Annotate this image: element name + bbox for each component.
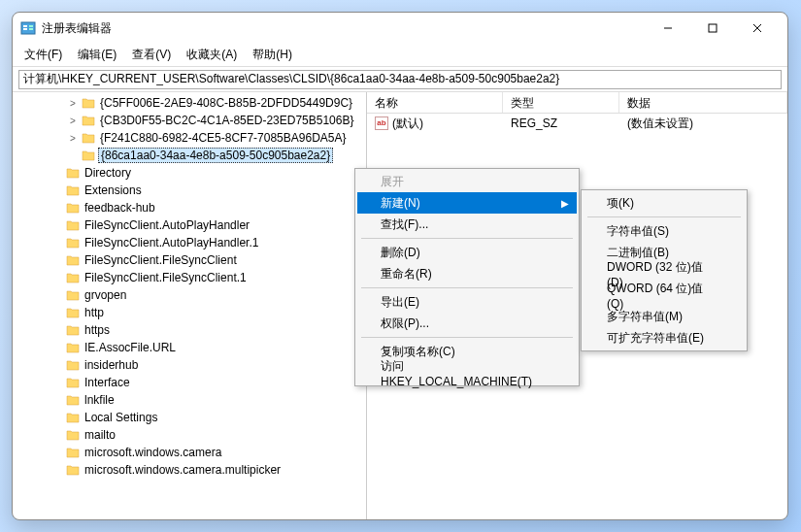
tree-item[interactable]: http <box>13 304 366 321</box>
folder-icon <box>82 150 95 161</box>
value-data: (数值未设置) <box>619 116 787 132</box>
folder-icon <box>82 132 95 144</box>
expander-icon[interactable] <box>51 272 63 283</box>
tree-item[interactable]: >{F241C880-6982-4CE5-8CF7-7085BA96DA5A} <box>13 129 366 147</box>
expander-icon[interactable] <box>51 202 63 214</box>
folder-icon <box>66 377 80 388</box>
expander-icon[interactable] <box>51 184 63 196</box>
tree-item[interactable]: grvopen <box>13 286 366 304</box>
context-menu-item[interactable]: 项(K) <box>584 192 745 214</box>
menu-separator <box>587 216 741 217</box>
tree-item[interactable]: {86ca1aa0-34aa-4e8b-a509-50c905bae2a2} <box>13 147 366 164</box>
folder-icon <box>66 359 80 371</box>
value-type: REG_SZ <box>503 116 619 130</box>
expander-icon[interactable] <box>51 342 63 353</box>
expander-icon[interactable] <box>51 412 63 423</box>
col-type[interactable]: 类型 <box>503 92 619 113</box>
expander-icon[interactable] <box>51 447 63 458</box>
menu-item[interactable]: 收藏夹(A) <box>181 45 243 65</box>
tree-item[interactable]: mailto <box>13 426 366 444</box>
expander-icon[interactable] <box>51 307 63 318</box>
expander-icon[interactable] <box>51 394 63 406</box>
tree-item[interactable]: microsoft.windows.camera.multipicker <box>13 461 366 479</box>
tree-item-label: FileSyncClient.FileSyncClient <box>83 253 239 267</box>
address-input[interactable]: 计算机\HKEY_CURRENT_USER\Software\Classes\C… <box>18 70 782 89</box>
expander-icon[interactable] <box>51 464 63 476</box>
context-menu-item[interactable]: QWORD (64 位)值(Q) <box>584 284 745 306</box>
context-menu-main[interactable]: 展开新建(N)▶查找(F)...删除(D)重命名(R)导出(E)权限(P)...… <box>354 168 580 386</box>
maximize-button[interactable] <box>690 14 735 43</box>
context-menu-new[interactable]: 项(K)字符串值(S)二进制值(B)DWORD (32 位)值(D)QWORD … <box>581 189 748 351</box>
context-menu-item[interactable]: 新建(N)▶ <box>357 192 577 214</box>
expander-icon[interactable] <box>51 359 63 371</box>
col-name[interactable]: 名称 <box>367 92 503 113</box>
context-menu-item[interactable]: 删除(D) <box>357 242 577 263</box>
folder-icon <box>66 237 80 249</box>
context-menu-item[interactable]: 权限(P)... <box>357 313 577 334</box>
expander-icon[interactable] <box>51 289 63 301</box>
tree-item[interactable]: feedback-hub <box>13 199 366 216</box>
expander-icon[interactable] <box>51 324 63 336</box>
expander-icon[interactable] <box>51 167 63 179</box>
expander-icon[interactable] <box>51 377 63 388</box>
expander-icon[interactable] <box>51 219 63 231</box>
svg-rect-2 <box>23 28 27 30</box>
menu-separator <box>361 287 573 288</box>
context-menu-item[interactable]: 可扩充字符串值(E) <box>584 327 745 349</box>
tree-item-label: microsoft.windows.camera.multipicker <box>83 463 283 477</box>
context-menu-item[interactable]: 导出(E) <box>357 291 577 313</box>
tree-item[interactable]: insiderhub <box>13 356 366 374</box>
tree-item-label: mailto <box>83 428 117 442</box>
context-menu-item[interactable]: 访问 HKEY_LOCAL_MACHINE(T) <box>357 362 577 383</box>
tree-item[interactable]: FileSyncClient.AutoPlayHandler <box>13 216 366 234</box>
menu-item[interactable]: 查看(V) <box>126 45 177 65</box>
expander-icon[interactable] <box>51 237 63 249</box>
app-icon <box>20 20 36 36</box>
minimize-button[interactable] <box>646 14 690 43</box>
tree-item-label: Local Settings <box>83 411 159 424</box>
folder-icon <box>66 254 80 266</box>
tree-item[interactable]: Local Settings <box>13 409 366 426</box>
tree-item[interactable]: >{C5FF006E-2AE9-408C-B85B-2DFDD5449D9C} <box>13 94 366 112</box>
tree-item[interactable]: FileSyncClient.FileSyncClient.1 <box>13 269 366 286</box>
context-menu-item[interactable]: 字符串值(S) <box>584 220 745 242</box>
tree-item-label: FileSyncClient.AutoPlayHandler <box>83 218 251 232</box>
tree-item[interactable]: Directory <box>13 164 366 182</box>
context-menu-item[interactable]: 多字符串值(M) <box>584 306 745 327</box>
close-button[interactable] <box>735 14 780 43</box>
tree-item[interactable]: FileSyncClient.FileSyncClient <box>13 251 366 269</box>
tree-item-label: {CB3D0F55-BC2C-4C1A-85ED-23ED75B5106B} <box>98 114 355 127</box>
context-menu-item: 展开 <box>357 171 577 192</box>
tree-item-label: Extensions <box>83 183 144 197</box>
tree-item[interactable]: Extensions <box>13 182 366 199</box>
tree-item[interactable]: Interface <box>13 374 366 391</box>
tree-item[interactable]: https <box>13 321 366 339</box>
tree-item[interactable]: >{CB3D0F55-BC2C-4C1A-85ED-23ED75B5106B} <box>13 112 366 129</box>
menu-item[interactable]: 编辑(E) <box>72 45 122 65</box>
expander-icon[interactable]: > <box>67 132 79 144</box>
expander-icon[interactable] <box>51 254 63 266</box>
list-row[interactable]: ab(默认)REG_SZ(数值未设置) <box>367 114 787 133</box>
tree-item-label: FileSyncClient.AutoPlayHandler.1 <box>83 236 260 249</box>
tree-item-label: http <box>83 306 106 319</box>
tree-item[interactable]: IE.AssocFile.URL <box>13 339 366 356</box>
window-title: 注册表编辑器 <box>42 20 646 37</box>
tree-item[interactable]: microsoft.windows.camera <box>13 444 366 461</box>
menu-item[interactable]: 帮助(H) <box>247 45 298 65</box>
menu-item[interactable]: 文件(F) <box>18 45 68 65</box>
expander-icon[interactable]: > <box>67 115 79 126</box>
expander-icon[interactable] <box>51 429 63 441</box>
col-data[interactable]: 数据 <box>619 92 787 113</box>
tree-item[interactable]: FileSyncClient.AutoPlayHandler.1 <box>13 234 366 251</box>
tree-item-label: FileSyncClient.FileSyncClient.1 <box>83 271 249 284</box>
expander-icon[interactable]: > <box>67 97 79 109</box>
tree-item[interactable]: lnkfile <box>13 391 366 409</box>
context-menu-item[interactable]: 重命名(R) <box>357 263 577 284</box>
svg-rect-1 <box>23 25 27 27</box>
expander-icon[interactable] <box>67 150 79 161</box>
tree-panel[interactable]: >{C5FF006E-2AE9-408C-B85B-2DFDD5449D9C}>… <box>13 92 367 519</box>
tree-item-label: {C5FF006E-2AE9-408C-B85B-2DFDD5449D9C} <box>98 96 354 110</box>
tree-item-label: {86ca1aa0-34aa-4e8b-a509-50c905bae2a2} <box>98 148 333 163</box>
context-menu-item[interactable]: 查找(F)... <box>357 214 577 235</box>
value-name: (默认) <box>392 116 423 132</box>
